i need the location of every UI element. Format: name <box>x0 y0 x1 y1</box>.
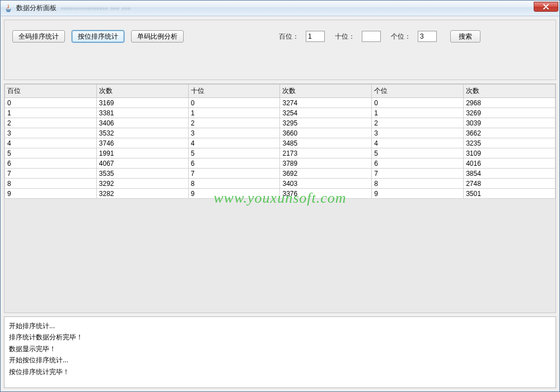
table-cell: 6 <box>5 158 97 169</box>
table-row[interactable]: 335323366033662 <box>5 128 556 138</box>
content-area: 全码排序统计 按位排序统计 单码比例分析 百位： 十位： 个位： 搜索 百位 次… <box>1 16 559 391</box>
table-cell: 3692 <box>280 169 372 179</box>
ge-label: 个位： <box>391 32 411 41</box>
table-row[interactable]: 031690327402968 <box>5 98 556 108</box>
table-cell: 8 <box>372 179 464 189</box>
table-cell: 4067 <box>96 158 188 169</box>
table-cell: 0 <box>372 98 464 108</box>
table-cell: 8 <box>188 179 280 189</box>
table-cell: 3235 <box>464 138 556 148</box>
table-cell: 3269 <box>464 108 556 118</box>
table-cell: 3282 <box>96 189 188 199</box>
table-row[interactable]: 437464348543235 <box>5 138 556 148</box>
col-header[interactable]: 个位 <box>372 85 464 98</box>
table-cell: 3109 <box>464 148 556 158</box>
table-header-row: 百位 次数 十位 次数 个位 次数 <box>5 85 556 98</box>
col-header[interactable]: 十位 <box>188 85 280 98</box>
table-cell: 0 <box>5 98 97 108</box>
shi-input[interactable] <box>362 31 381 42</box>
table-row[interactable]: 832928340382748 <box>5 179 556 189</box>
table-cell: 1991 <box>96 148 188 158</box>
table-cell: 3254 <box>280 108 372 118</box>
table-cell: 5 <box>188 148 280 158</box>
table-cell: 2968 <box>464 98 556 108</box>
table-cell: 5 <box>5 148 97 158</box>
table-cell: 3274 <box>280 98 372 108</box>
table-cell: 4016 <box>464 158 556 169</box>
table-cell: 1 <box>188 108 280 118</box>
table-cell: 4 <box>372 138 464 148</box>
table-panel: 百位 次数 十位 次数 个位 次数 0316903274029681338113… <box>4 83 556 313</box>
table-cell: 3532 <box>96 128 188 138</box>
table-body: 0316903274029681338113254132692340623295… <box>5 98 556 199</box>
table-cell: 3662 <box>464 128 556 138</box>
table-cell: 8 <box>5 179 97 189</box>
col-header[interactable]: 次数 <box>96 85 188 98</box>
close-icon <box>543 4 549 10</box>
table-cell: 7 <box>188 169 280 179</box>
table-cell: 3746 <box>96 138 188 148</box>
table-cell: 1 <box>372 108 464 118</box>
table-cell: 4 <box>188 138 280 148</box>
table-cell: 9 <box>372 189 464 199</box>
table-cell: 1 <box>5 108 97 118</box>
table-row[interactable]: 640676378964016 <box>5 158 556 169</box>
table-cell: 6 <box>188 158 280 169</box>
window-subtitle-blurred: ▪▪▪▪▪▪▪▪▪▪▪▪▪▪▪▪ ▪▪▪ ▪▪▪ <box>61 4 130 12</box>
table-cell: 2 <box>188 118 280 128</box>
table-cell: 3660 <box>280 128 372 138</box>
java-app-icon <box>4 4 13 13</box>
table-cell: 3485 <box>280 138 372 148</box>
search-button[interactable]: 搜索 <box>450 30 480 43</box>
table-cell: 3381 <box>96 108 188 118</box>
table-cell: 3169 <box>96 98 188 108</box>
app-window: 数据分析面板 ▪▪▪▪▪▪▪▪▪▪▪▪▪▪▪▪ ▪▪▪ ▪▪▪ 全码排序统计 按… <box>0 0 560 392</box>
table-row[interactable]: 234062329523039 <box>5 118 556 128</box>
toolbar-panel: 全码排序统计 按位排序统计 单码比例分析 百位： 十位： 个位： 搜索 <box>4 20 556 80</box>
table-row[interactable]: 735357369273854 <box>5 169 556 179</box>
data-table: 百位 次数 十位 次数 个位 次数 0316903274029681338113… <box>4 84 556 199</box>
table-row[interactable]: 932829337693501 <box>5 189 556 199</box>
table-cell: 4 <box>5 138 97 148</box>
table-cell: 3 <box>5 128 97 138</box>
close-button[interactable] <box>534 2 558 12</box>
log-panel[interactable]: 开始排序统计... 排序统计数据分析完毕！ 数据显示完毕！ 开始按位排序统计..… <box>4 316 556 388</box>
window-title: 数据分析面板 <box>16 3 57 13</box>
table-cell: 3295 <box>280 118 372 128</box>
table-cell: 3406 <box>96 118 188 128</box>
table-cell: 2173 <box>280 148 372 158</box>
single-ratio-analysis-button[interactable]: 单码比例分析 <box>131 30 184 43</box>
shi-label: 十位： <box>335 32 355 41</box>
table-cell: 3376 <box>280 189 372 199</box>
table-cell: 2748 <box>464 179 556 189</box>
position-sort-stats-button[interactable]: 按位排序统计 <box>72 30 124 43</box>
table-cell: 7 <box>372 169 464 179</box>
bai-input[interactable] <box>306 31 325 42</box>
col-header[interactable]: 百位 <box>5 85 97 98</box>
titlebar[interactable]: 数据分析面板 ▪▪▪▪▪▪▪▪▪▪▪▪▪▪▪▪ ▪▪▪ ▪▪▪ <box>1 1 559 16</box>
table-cell: 9 <box>5 189 97 199</box>
table-row[interactable]: 519915217353109 <box>5 148 556 158</box>
table-cell: 3501 <box>464 189 556 199</box>
table-cell: 3854 <box>464 169 556 179</box>
table-cell: 3 <box>372 128 464 138</box>
table-cell: 3789 <box>280 158 372 169</box>
table-cell: 3 <box>188 128 280 138</box>
table-cell: 0 <box>188 98 280 108</box>
table-row[interactable]: 133811325413269 <box>5 108 556 118</box>
table-cell: 3039 <box>464 118 556 128</box>
table-cell: 2 <box>372 118 464 128</box>
table-cell: 3535 <box>96 169 188 179</box>
table-cell: 6 <box>372 158 464 169</box>
col-header[interactable]: 次数 <box>280 85 372 98</box>
table-cell: 3403 <box>280 179 372 189</box>
table-cell: 7 <box>5 169 97 179</box>
table-cell: 5 <box>372 148 464 158</box>
ge-input[interactable] <box>418 31 437 42</box>
table-cell: 9 <box>188 189 280 199</box>
table-cell: 3292 <box>96 179 188 189</box>
bai-label: 百位： <box>279 32 299 41</box>
full-sort-stats-button[interactable]: 全码排序统计 <box>12 30 65 43</box>
col-header[interactable]: 次数 <box>464 85 556 98</box>
table-cell: 2 <box>5 118 97 128</box>
